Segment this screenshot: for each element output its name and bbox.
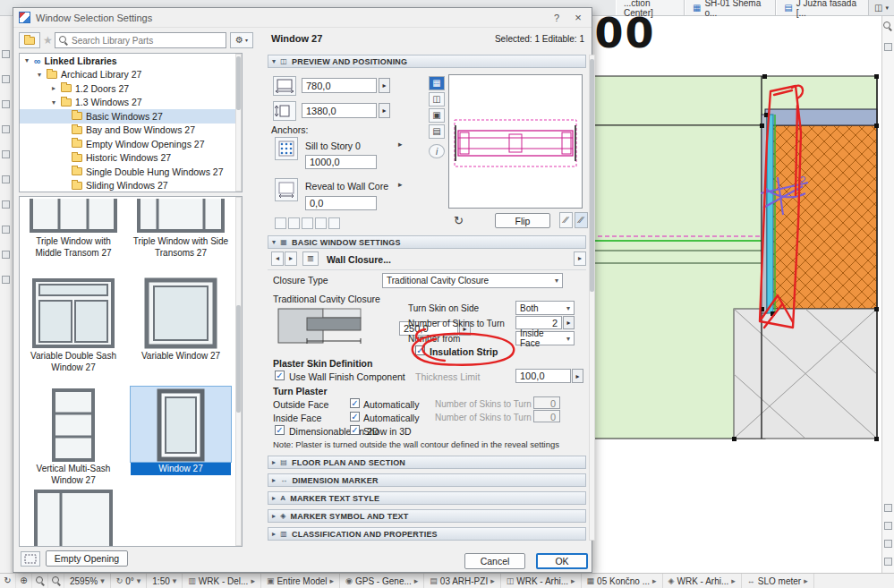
skins-to-turn-field[interactable]: 2 <box>515 316 562 329</box>
use-wall-finish-checkbox[interactable] <box>275 371 285 380</box>
tree-item-archicad-library[interactable]: Archicad Library 27 <box>20 68 242 82</box>
tool-icon[interactable] <box>2 175 10 183</box>
search-input[interactable] <box>72 36 222 46</box>
section-classification-properties[interactable]: CLASSIFICATION AND PROPERTIES <box>268 527 586 541</box>
tree-item-basic-windows[interactable]: Basic Windows 27 <box>20 109 242 124</box>
subpage-forward-button[interactable] <box>574 251 586 266</box>
flip-button[interactable]: Flip <box>495 213 550 228</box>
chevron-right-icon[interactable] <box>50 84 57 92</box>
mirror-right-button[interactable] <box>575 212 588 228</box>
preview-mode-elevation-button[interactable] <box>429 92 445 107</box>
position-control[interactable]: GPS - Gene... <box>340 574 424 588</box>
scale-control[interactable]: 1:50 <box>147 574 183 588</box>
library-settings-button[interactable] <box>230 32 253 48</box>
width-field[interactable] <box>302 78 377 93</box>
ok-button[interactable]: OK <box>536 553 588 569</box>
reveal-anchor-menu-icon[interactable] <box>398 181 403 189</box>
tab-juzna-fasada[interactable]: J Južna fasada [... <box>776 0 869 15</box>
preview-pane[interactable] <box>448 74 583 209</box>
width-stepper-button[interactable] <box>379 78 390 93</box>
thumbnail-window-27-selected[interactable]: Window 27 <box>131 387 231 475</box>
scrollbar-thumb[interactable] <box>590 59 594 292</box>
tool-icon[interactable] <box>884 43 892 51</box>
height-stepper-button[interactable] <box>379 103 390 118</box>
graphic-override-control[interactable]: WRK - Arhi... <box>663 574 742 588</box>
reveal-depth-field[interactable] <box>305 196 377 210</box>
thickness-limit-stepper[interactable] <box>572 369 583 383</box>
preview-mode-section-button[interactable] <box>429 124 445 139</box>
cancel-button[interactable]: Cancel <box>464 553 525 569</box>
tree-item-sliding-windows[interactable]: Sliding Windows 27 <box>20 179 242 193</box>
cad-drawing-canvas[interactable]: 2 <box>586 16 881 573</box>
layout-page-icon[interactable] <box>884 522 892 530</box>
tree-item-doors[interactable]: 1.2 Doors 27 <box>20 81 242 96</box>
tool-icon[interactable] <box>2 226 10 234</box>
orbit-icon[interactable] <box>0 574 16 588</box>
tab-interaction-center[interactable]: ...ction Center] <box>616 0 685 15</box>
tool-icon[interactable] <box>2 150 10 158</box>
zoom-out-button[interactable] <box>48 574 64 588</box>
thumbnail-triple-middle-transom[interactable]: Triple Window with Middle Transom 27 <box>23 197 123 259</box>
zoom-level-control[interactable]: 2595% <box>64 574 111 588</box>
tool-icon[interactable] <box>2 100 10 108</box>
scrollbar-thumb[interactable] <box>236 305 241 413</box>
layer-combination-control[interactable]: WRK - Del... <box>183 574 261 588</box>
tree-item-windows[interactable]: 1.3 Windows 27 <box>20 96 242 110</box>
height-field[interactable] <box>302 103 377 118</box>
outside-face-auto-checkbox[interactable] <box>350 398 360 408</box>
scrollbar-thumb[interactable] <box>236 56 241 110</box>
section-marker-text-style[interactable]: MARKER TEXT STYLE <box>268 491 586 505</box>
favorites-star-icon[interactable] <box>43 35 53 46</box>
tool-icon[interactable] <box>2 251 10 259</box>
display-option-icon[interactable] <box>328 217 340 229</box>
preview-mode-3d-button[interactable] <box>429 108 445 123</box>
settings-scrollbar[interactable] <box>589 55 595 541</box>
layout-page-icon[interactable] <box>884 504 892 512</box>
reveal-anchor-label[interactable]: Reveal to Wall Core <box>305 181 388 192</box>
reveal-anchor-icon[interactable] <box>275 178 298 201</box>
tree-item-historic-windows[interactable]: Historic Windows 27 <box>20 151 242 166</box>
sill-anchor-icon[interactable] <box>275 137 298 160</box>
dimensionable-2d-checkbox[interactable] <box>275 425 285 435</box>
display-option-icon[interactable] <box>288 217 300 229</box>
sill-height-field[interactable] <box>305 155 377 169</box>
library-view-mode-button[interactable] <box>19 32 40 48</box>
number-from-dropdown[interactable]: Inside Face <box>515 331 575 345</box>
thickness-limit-field[interactable] <box>515 369 571 383</box>
chevron-down-icon[interactable] <box>36 71 43 79</box>
zoom-tool-icon[interactable] <box>883 21 892 30</box>
orientation-control[interactable]: 0° <box>111 574 148 588</box>
chevron-down-icon[interactable] <box>23 56 30 64</box>
thumbnail-scrollbar[interactable] <box>235 197 242 546</box>
thumbnail-variable-double-sash[interactable]: Variable Double Sash Window 27 <box>23 276 123 373</box>
sill-anchor-label[interactable]: Sill to Story 0 <box>305 141 361 151</box>
subpage-next-button[interactable] <box>285 251 297 266</box>
thumbnail-variable-window[interactable]: Variable Window 27 <box>131 276 231 362</box>
mirror-left-button[interactable] <box>559 212 573 228</box>
tool-icon[interactable] <box>2 50 10 58</box>
info-button[interactable]: i <box>429 144 445 158</box>
section-dimension-marker[interactable]: DIMENSION MARKER <box>268 473 586 487</box>
dialog-title-bar[interactable]: Window Selection Settings ? × <box>13 8 592 28</box>
section-basic-window-settings[interactable]: BASIC WINDOW SETTINGS <box>268 235 586 249</box>
section-marker-symbol-and-text[interactable]: MARKER SYMBOL AND TEXT <box>268 509 586 523</box>
renovation-filter-control[interactable]: 05 Končno ... <box>582 574 663 588</box>
tool-icon[interactable] <box>2 125 10 133</box>
thumbnail-triple-side-transoms[interactable]: Triple Window with Side Transoms 27 <box>131 197 231 259</box>
tree-item-linked-libraries[interactable]: Linked Libraries <box>20 54 242 68</box>
preview-mode-plan-button[interactable] <box>429 76 445 90</box>
tab-shema[interactable]: SH-01 Shema o... <box>685 0 776 15</box>
display-option-icon[interactable] <box>275 217 286 229</box>
display-option-icon[interactable] <box>315 217 327 229</box>
closure-type-dropdown[interactable]: Traditional Cavity Closure <box>382 273 563 288</box>
tool-icon[interactable] <box>2 200 10 209</box>
subpage-list-button[interactable] <box>302 251 319 266</box>
tree-item-single-double-hung[interactable]: Single Double Hung Windows 27 <box>20 165 242 179</box>
insulation-strip-checkbox[interactable] <box>415 345 425 355</box>
section-preview-positioning[interactable]: PREVIEW AND POSITIONING <box>268 55 586 68</box>
tool-icon[interactable] <box>2 276 10 284</box>
chevron-down-icon[interactable] <box>50 98 57 107</box>
orientation-compass-icon[interactable] <box>454 215 464 226</box>
empty-opening-button[interactable]: Empty Opening <box>46 550 128 567</box>
structure-display-control[interactable]: Entire Model <box>261 574 340 588</box>
